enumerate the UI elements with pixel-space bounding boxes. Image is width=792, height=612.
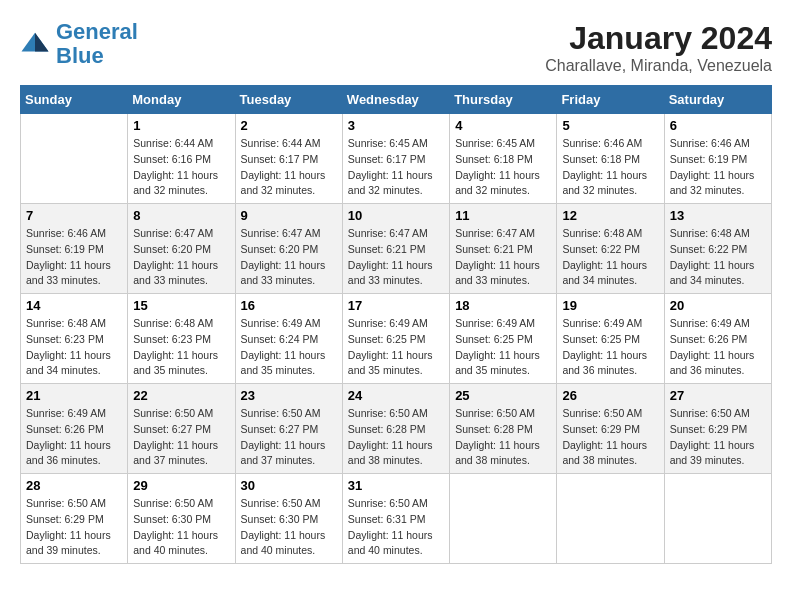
logo-line1: General [56, 19, 138, 44]
day-info: Sunrise: 6:46 AMSunset: 6:18 PMDaylight:… [562, 136, 658, 199]
day-number: 10 [348, 208, 444, 223]
logo-text: General Blue [56, 20, 138, 68]
day-number: 20 [670, 298, 766, 313]
day-number: 11 [455, 208, 551, 223]
day-info: Sunrise: 6:47 AMSunset: 6:21 PMDaylight:… [455, 226, 551, 289]
day-info: Sunrise: 6:44 AMSunset: 6:17 PMDaylight:… [241, 136, 337, 199]
calendar-cell: 7Sunrise: 6:46 AMSunset: 6:19 PMDaylight… [21, 204, 128, 294]
day-info: Sunrise: 6:49 AMSunset: 6:24 PMDaylight:… [241, 316, 337, 379]
day-number: 14 [26, 298, 122, 313]
day-number: 6 [670, 118, 766, 133]
day-number: 17 [348, 298, 444, 313]
day-info: Sunrise: 6:50 AMSunset: 6:29 PMDaylight:… [26, 496, 122, 559]
day-number: 3 [348, 118, 444, 133]
header-monday: Monday [128, 86, 235, 114]
calendar-header-row: SundayMondayTuesdayWednesdayThursdayFrid… [21, 86, 772, 114]
calendar-cell: 12Sunrise: 6:48 AMSunset: 6:22 PMDayligh… [557, 204, 664, 294]
logo-line2: Blue [56, 43, 104, 68]
day-info: Sunrise: 6:50 AMSunset: 6:30 PMDaylight:… [241, 496, 337, 559]
day-info: Sunrise: 6:48 AMSunset: 6:23 PMDaylight:… [26, 316, 122, 379]
day-info: Sunrise: 6:50 AMSunset: 6:29 PMDaylight:… [562, 406, 658, 469]
day-info: Sunrise: 6:50 AMSunset: 6:28 PMDaylight:… [455, 406, 551, 469]
calendar-cell: 6Sunrise: 6:46 AMSunset: 6:19 PMDaylight… [664, 114, 771, 204]
day-number: 13 [670, 208, 766, 223]
calendar-cell: 28Sunrise: 6:50 AMSunset: 6:29 PMDayligh… [21, 474, 128, 564]
day-info: Sunrise: 6:48 AMSunset: 6:22 PMDaylight:… [670, 226, 766, 289]
calendar-cell: 19Sunrise: 6:49 AMSunset: 6:25 PMDayligh… [557, 294, 664, 384]
day-info: Sunrise: 6:45 AMSunset: 6:17 PMDaylight:… [348, 136, 444, 199]
calendar-cell: 3Sunrise: 6:45 AMSunset: 6:17 PMDaylight… [342, 114, 449, 204]
day-number: 18 [455, 298, 551, 313]
header-sunday: Sunday [21, 86, 128, 114]
calendar-cell: 14Sunrise: 6:48 AMSunset: 6:23 PMDayligh… [21, 294, 128, 384]
calendar-cell: 1Sunrise: 6:44 AMSunset: 6:16 PMDaylight… [128, 114, 235, 204]
calendar-cell: 22Sunrise: 6:50 AMSunset: 6:27 PMDayligh… [128, 384, 235, 474]
day-number: 29 [133, 478, 229, 493]
day-number: 8 [133, 208, 229, 223]
calendar-cell: 4Sunrise: 6:45 AMSunset: 6:18 PMDaylight… [450, 114, 557, 204]
header-saturday: Saturday [664, 86, 771, 114]
calendar-cell: 31Sunrise: 6:50 AMSunset: 6:31 PMDayligh… [342, 474, 449, 564]
day-info: Sunrise: 6:44 AMSunset: 6:16 PMDaylight:… [133, 136, 229, 199]
calendar-cell: 23Sunrise: 6:50 AMSunset: 6:27 PMDayligh… [235, 384, 342, 474]
day-info: Sunrise: 6:50 AMSunset: 6:31 PMDaylight:… [348, 496, 444, 559]
calendar-cell: 2Sunrise: 6:44 AMSunset: 6:17 PMDaylight… [235, 114, 342, 204]
day-number: 25 [455, 388, 551, 403]
day-number: 30 [241, 478, 337, 493]
day-info: Sunrise: 6:50 AMSunset: 6:28 PMDaylight:… [348, 406, 444, 469]
svg-marker-1 [35, 33, 49, 52]
day-number: 31 [348, 478, 444, 493]
day-number: 21 [26, 388, 122, 403]
day-info: Sunrise: 6:47 AMSunset: 6:21 PMDaylight:… [348, 226, 444, 289]
day-number: 9 [241, 208, 337, 223]
day-info: Sunrise: 6:47 AMSunset: 6:20 PMDaylight:… [133, 226, 229, 289]
day-number: 23 [241, 388, 337, 403]
calendar-cell: 9Sunrise: 6:47 AMSunset: 6:20 PMDaylight… [235, 204, 342, 294]
day-number: 24 [348, 388, 444, 403]
logo-icon [20, 29, 50, 59]
calendar-cell: 21Sunrise: 6:49 AMSunset: 6:26 PMDayligh… [21, 384, 128, 474]
week-row-4: 21Sunrise: 6:49 AMSunset: 6:26 PMDayligh… [21, 384, 772, 474]
calendar-cell [21, 114, 128, 204]
calendar-cell [450, 474, 557, 564]
day-info: Sunrise: 6:49 AMSunset: 6:26 PMDaylight:… [26, 406, 122, 469]
day-info: Sunrise: 6:49 AMSunset: 6:25 PMDaylight:… [455, 316, 551, 379]
day-info: Sunrise: 6:50 AMSunset: 6:30 PMDaylight:… [133, 496, 229, 559]
calendar-cell: 17Sunrise: 6:49 AMSunset: 6:25 PMDayligh… [342, 294, 449, 384]
day-info: Sunrise: 6:49 AMSunset: 6:26 PMDaylight:… [670, 316, 766, 379]
header-thursday: Thursday [450, 86, 557, 114]
calendar-cell: 20Sunrise: 6:49 AMSunset: 6:26 PMDayligh… [664, 294, 771, 384]
calendar-title: January 2024 [545, 20, 772, 57]
day-info: Sunrise: 6:49 AMSunset: 6:25 PMDaylight:… [348, 316, 444, 379]
calendar-cell: 10Sunrise: 6:47 AMSunset: 6:21 PMDayligh… [342, 204, 449, 294]
day-info: Sunrise: 6:50 AMSunset: 6:29 PMDaylight:… [670, 406, 766, 469]
logo: General Blue [20, 20, 138, 68]
day-number: 26 [562, 388, 658, 403]
calendar-cell: 16Sunrise: 6:49 AMSunset: 6:24 PMDayligh… [235, 294, 342, 384]
calendar-cell: 8Sunrise: 6:47 AMSunset: 6:20 PMDaylight… [128, 204, 235, 294]
calendar-cell: 24Sunrise: 6:50 AMSunset: 6:28 PMDayligh… [342, 384, 449, 474]
calendar-cell: 5Sunrise: 6:46 AMSunset: 6:18 PMDaylight… [557, 114, 664, 204]
day-number: 19 [562, 298, 658, 313]
calendar-cell: 25Sunrise: 6:50 AMSunset: 6:28 PMDayligh… [450, 384, 557, 474]
day-number: 5 [562, 118, 658, 133]
calendar-cell: 26Sunrise: 6:50 AMSunset: 6:29 PMDayligh… [557, 384, 664, 474]
day-number: 27 [670, 388, 766, 403]
header-tuesday: Tuesday [235, 86, 342, 114]
day-number: 2 [241, 118, 337, 133]
day-info: Sunrise: 6:48 AMSunset: 6:23 PMDaylight:… [133, 316, 229, 379]
day-number: 15 [133, 298, 229, 313]
calendar-cell: 15Sunrise: 6:48 AMSunset: 6:23 PMDayligh… [128, 294, 235, 384]
day-number: 22 [133, 388, 229, 403]
calendar-table: SundayMondayTuesdayWednesdayThursdayFrid… [20, 85, 772, 564]
week-row-3: 14Sunrise: 6:48 AMSunset: 6:23 PMDayligh… [21, 294, 772, 384]
day-info: Sunrise: 6:50 AMSunset: 6:27 PMDaylight:… [133, 406, 229, 469]
week-row-2: 7Sunrise: 6:46 AMSunset: 6:19 PMDaylight… [21, 204, 772, 294]
title-block: January 2024 Charallave, Miranda, Venezu… [545, 20, 772, 75]
day-number: 12 [562, 208, 658, 223]
day-info: Sunrise: 6:45 AMSunset: 6:18 PMDaylight:… [455, 136, 551, 199]
calendar-cell: 27Sunrise: 6:50 AMSunset: 6:29 PMDayligh… [664, 384, 771, 474]
day-number: 1 [133, 118, 229, 133]
calendar-cell [664, 474, 771, 564]
day-info: Sunrise: 6:48 AMSunset: 6:22 PMDaylight:… [562, 226, 658, 289]
